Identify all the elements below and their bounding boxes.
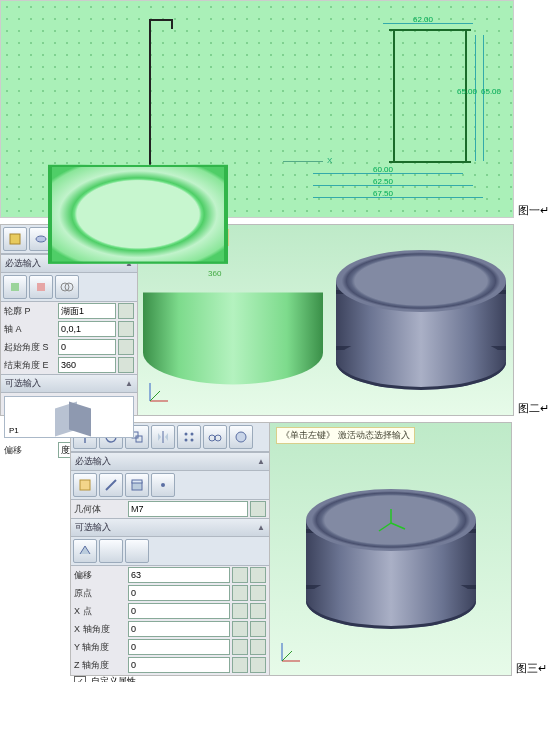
ring-body-green — [143, 292, 323, 384]
edge-select-icon[interactable] — [99, 473, 123, 497]
spinner-icon[interactable] — [232, 567, 248, 583]
z-rot-label: Z 轴角度 — [74, 659, 126, 672]
axis-input[interactable]: 0,0,1 — [58, 321, 116, 337]
svg-point-13 — [191, 433, 194, 436]
caption-fig2: 图二↵ — [518, 401, 549, 416]
spinner-icon[interactable] — [232, 639, 248, 655]
svg-line-20 — [106, 480, 116, 490]
lmb-prompt: 《单击左键》 激活动态选择输入 — [276, 427, 415, 444]
cross-section-input[interactable]: 湖面1 — [58, 303, 116, 319]
cross-section-label: 轮廓 P — [4, 305, 56, 318]
vertex-select-icon[interactable] — [151, 473, 175, 497]
intersect-icon[interactable] — [55, 275, 79, 299]
origin-label: 原点 — [74, 587, 126, 600]
glasses-icon[interactable] — [203, 425, 227, 449]
start-angle-input[interactable]: 0 — [58, 339, 116, 355]
required-input-header[interactable]: 必选输入▲ — [71, 452, 269, 471]
spinner-icon[interactable] — [118, 339, 134, 355]
custom-attr-checkbox-row[interactable]: ✓ 自定义属性 — [71, 674, 269, 682]
end-angle-label: 结束角度 E — [4, 359, 56, 372]
pick-icon[interactable] — [250, 501, 266, 517]
dim-bot-1: 60.00 — [373, 165, 393, 174]
svg-line-9 — [150, 391, 160, 401]
direction-toolbar — [71, 537, 269, 566]
svg-rect-3 — [11, 283, 19, 291]
start-angle-label: 起始角度 S — [4, 341, 56, 354]
z-rot-input[interactable]: 0 — [128, 657, 230, 673]
dim-v1: 65.00 — [457, 87, 477, 96]
sketch-right-group: 62.00 65.00 65.00 60.00 62.50 67.50 — [283, 21, 483, 211]
revolve-type-toolbar — [1, 273, 137, 302]
x-point-input[interactable]: 0 — [128, 603, 230, 619]
sphere-icon[interactable] — [229, 425, 253, 449]
axis-label: 轴 A — [4, 323, 56, 336]
svg-point-14 — [185, 439, 188, 442]
svg-point-1 — [36, 236, 46, 242]
svg-line-29 — [282, 651, 292, 661]
pick-axis-icon[interactable] — [118, 321, 134, 337]
dim-bot-3: 67.50 — [373, 189, 393, 198]
move-gizmo-icon[interactable] — [373, 505, 409, 543]
svg-point-18 — [236, 432, 246, 442]
flip-icon[interactable] — [250, 657, 266, 673]
y-rot-input[interactable]: 0 — [128, 639, 230, 655]
end-angle-input[interactable]: 360 — [58, 357, 116, 373]
spinner-icon[interactable] — [232, 621, 248, 637]
svg-point-23 — [161, 483, 165, 487]
reverse-icon[interactable] — [250, 567, 266, 583]
flip-icon[interactable] — [250, 621, 266, 637]
custom-attr-label: 自定义属性 — [91, 675, 136, 682]
x-point-label: X 点 — [74, 605, 126, 618]
view-triad-icon — [146, 377, 174, 407]
svg-rect-11 — [136, 436, 142, 442]
origin-input[interactable]: 0 — [128, 585, 230, 601]
dir-y-icon[interactable] — [99, 539, 123, 563]
view-triad-icon — [278, 637, 306, 667]
geometry-input[interactable]: M7 — [128, 501, 248, 517]
extrude-icon[interactable] — [3, 227, 27, 251]
body-select-icon[interactable] — [125, 473, 149, 497]
chevron-up-icon: ▲ — [125, 379, 133, 388]
flip-icon[interactable] — [250, 639, 266, 655]
optional-input-header[interactable]: 可选输入▲ — [71, 518, 269, 537]
x-rot-label: X 轴角度 — [74, 623, 126, 636]
dir-x-icon[interactable] — [73, 539, 97, 563]
offset-input[interactable]: 63 — [128, 567, 230, 583]
ring-steel — [336, 250, 506, 390]
spinner-icon[interactable] — [232, 603, 248, 619]
svg-rect-19 — [80, 480, 90, 490]
dir-z-icon[interactable] — [125, 539, 149, 563]
caption-fig3: 图三↵ — [516, 661, 547, 676]
model-canvas-result[interactable] — [328, 225, 513, 415]
mirror-icon[interactable] — [151, 425, 175, 449]
dim-bot-2: 62.50 — [373, 177, 393, 186]
pick-profile-icon[interactable] — [118, 303, 134, 319]
svg-point-12 — [185, 433, 188, 436]
p1-label: P1 — [9, 426, 19, 435]
svg-rect-4 — [37, 283, 45, 291]
angle-callout: 360 — [208, 269, 221, 278]
model-canvas-preview[interactable]: 《单击中键》 旋转 360 — [138, 225, 328, 415]
model-canvas-fig3[interactable]: 《单击左键》 激活动态选择输入 — [270, 423, 511, 675]
pick-icon[interactable] — [250, 585, 266, 601]
chevron-up-icon: ▲ — [257, 523, 265, 532]
chevron-up-icon: ▲ — [257, 457, 265, 466]
offset-label: 偏移 — [4, 444, 56, 457]
offset-label: 偏移 — [74, 569, 126, 582]
direction-preview[interactable]: P1 — [4, 396, 134, 438]
pattern-icon[interactable] — [177, 425, 201, 449]
spinner-icon[interactable] — [232, 657, 248, 673]
face-select-icon[interactable] — [73, 473, 97, 497]
svg-point-17 — [215, 435, 221, 441]
pick-icon[interactable] — [250, 603, 266, 619]
spinner-icon[interactable] — [232, 585, 248, 601]
x-rot-input[interactable]: 0 — [128, 621, 230, 637]
checkbox-icon[interactable]: ✓ — [74, 676, 86, 683]
svg-line-25 — [391, 523, 405, 529]
svg-rect-0 — [10, 234, 20, 244]
add-solid-icon[interactable] — [3, 275, 27, 299]
optional-input-header[interactable]: 可选输入▲ — [1, 374, 137, 393]
cut-solid-icon[interactable] — [29, 275, 53, 299]
svg-line-26 — [379, 523, 391, 531]
spinner-icon[interactable] — [118, 357, 134, 373]
